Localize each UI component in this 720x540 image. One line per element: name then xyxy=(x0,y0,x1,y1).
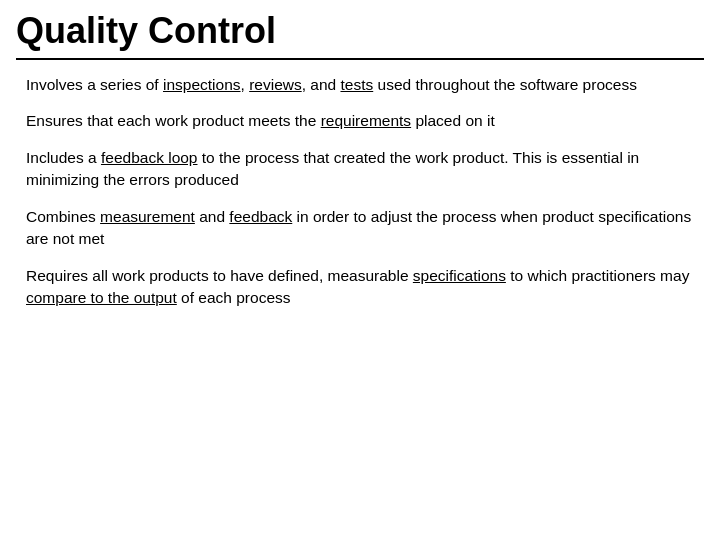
bullet-1-text-4: used throughout the software process xyxy=(373,76,637,93)
page-container: Quality Control Involves a series of ins… xyxy=(0,0,720,540)
bullet-1-text-2: , xyxy=(241,76,250,93)
bullet-item-1: Involves a series of inspections, review… xyxy=(26,74,694,96)
content-area: Involves a series of inspections, review… xyxy=(16,74,704,310)
page-title: Quality Control xyxy=(16,10,704,60)
bullet-1-inspections: inspections xyxy=(163,76,241,93)
bullet-2-text-1: Ensures that each work product meets the xyxy=(26,112,321,129)
bullet-5-text-2: to which practitioners may xyxy=(506,267,690,284)
bullet-4-measurement: measurement xyxy=(100,208,195,225)
bullet-3-feedback-loop: feedback loop xyxy=(101,149,198,166)
bullet-1-reviews: reviews xyxy=(249,76,302,93)
bullet-1-tests: tests xyxy=(340,76,373,93)
bullet-5-specifications: specifications xyxy=(413,267,506,284)
bullet-1-text-3: , and xyxy=(302,76,341,93)
bullet-5-text-3: of each process xyxy=(177,289,291,306)
bullet-4-text-2: and xyxy=(195,208,229,225)
bullet-item-4: Combines measurement and feedback in ord… xyxy=(26,206,694,251)
bullet-4-text-1: Combines xyxy=(26,208,100,225)
bullet-item-5: Requires all work products to have defin… xyxy=(26,265,694,310)
bullet-4-feedback: feedback xyxy=(229,208,292,225)
bullet-5-text-1: Requires all work products to have defin… xyxy=(26,267,413,284)
bullet-3-text-1: Includes a xyxy=(26,149,101,166)
bullet-2-text-2: placed on it xyxy=(411,112,495,129)
bullet-5-compare-output: compare to the output xyxy=(26,289,177,306)
bullet-1-text-1: Involves a series of xyxy=(26,76,163,93)
bullet-2-requirements: requirements xyxy=(321,112,411,129)
bullet-item-2: Ensures that each work product meets the… xyxy=(26,110,694,132)
bullet-item-3: Includes a feedback loop to the process … xyxy=(26,147,694,192)
